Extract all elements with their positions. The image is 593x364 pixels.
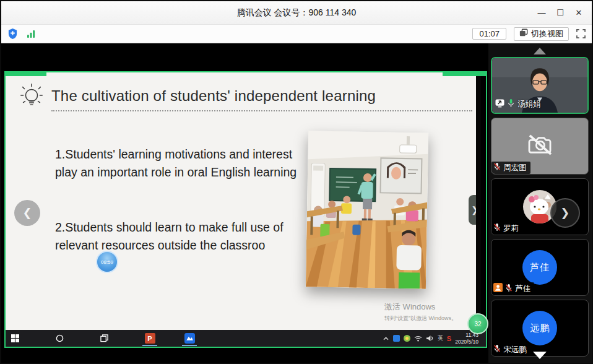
lightbulb-icon xyxy=(18,81,45,113)
start-button[interactable] xyxy=(6,330,24,347)
cortana-search-button[interactable] xyxy=(50,330,69,347)
main-area: The cultivation of students' independent… xyxy=(1,43,592,363)
mic-muted-icon xyxy=(493,223,501,234)
participant-tile[interactable]: 周宏图 xyxy=(491,118,589,175)
slide-prev-button[interactable]: ❮ xyxy=(14,200,40,226)
participant-name: 汤娟娟 xyxy=(517,99,541,110)
switch-view-button[interactable]: 切换视图 xyxy=(514,27,569,41)
open-app-indicator xyxy=(182,345,197,346)
presentation-slide: The cultivation of students' independent… xyxy=(6,72,481,331)
open-app-indicator xyxy=(142,345,157,346)
volume-icon[interactable] xyxy=(426,335,434,342)
window-controls: — ☐ ✕ xyxy=(532,1,588,24)
watermark-line-1: 激活 Windows xyxy=(384,301,457,313)
network-signal-icon[interactable] xyxy=(27,30,36,38)
screen-share-frame: The cultivation of students' independent… xyxy=(4,71,487,348)
host-badge-icon xyxy=(493,283,503,295)
ime-language-icon[interactable]: 英 xyxy=(438,334,443,342)
windows-taskbar: P xyxy=(6,330,486,347)
watermark-line-2: 转到“设置”以激活 Windows。 xyxy=(384,314,457,323)
tencent-meeting-window: 腾讯会议 会议号：906 114 340 — ☐ ✕ 01:07 切换视图 xyxy=(0,0,593,364)
window-title: 腾讯会议 会议号：906 114 340 xyxy=(237,7,357,19)
close-button[interactable]: ✕ xyxy=(569,1,588,24)
participant-name: 周宏图 xyxy=(503,163,527,173)
shared-screen-stage: The cultivation of students' independent… xyxy=(1,43,488,363)
avatar: 远鹏 xyxy=(522,311,557,345)
windows-activation-watermark: 激活 Windows 转到“设置”以激活 Windows。 xyxy=(384,301,457,323)
slide-title: The cultivation of students' independent… xyxy=(51,87,472,111)
sogou-input-icon[interactable]: S xyxy=(447,335,451,342)
camera-off-icon xyxy=(526,134,553,158)
fullscreen-icon[interactable] xyxy=(576,29,586,38)
meeting-timer: 01:07 xyxy=(472,28,506,40)
slide-bullet-2: 2.Students should learn to make full use… xyxy=(55,219,304,254)
tray-app-green-icon[interactable] xyxy=(404,335,410,342)
mic-muted-icon xyxy=(493,162,501,173)
switch-view-icon xyxy=(519,28,528,39)
participant-tile[interactable]: 汤娟娟 xyxy=(491,57,589,114)
tray-app-blue-icon[interactable] xyxy=(393,335,400,342)
participants-sidebar: 汤娟娟 周宏图 xyxy=(488,43,592,363)
task-view-button[interactable] xyxy=(95,330,113,347)
scroll-down-arrow-icon[interactable] xyxy=(533,352,547,359)
mic-muted-icon xyxy=(505,284,513,295)
wifi-icon[interactable] xyxy=(414,336,422,342)
floating-clock-widget[interactable]: 08:59 xyxy=(96,251,118,273)
taskbar-date: 2020/5/10 xyxy=(455,339,478,345)
security-shield-icon[interactable] xyxy=(7,28,18,40)
classroom-photo xyxy=(306,131,428,288)
green-corner-top-left xyxy=(6,72,46,76)
system-tray: 英 S 11:43 2020/5/10 xyxy=(383,332,486,345)
powerpoint-taskbar-icon[interactable]: P xyxy=(141,330,159,347)
scroll-up-arrow-icon[interactable] xyxy=(534,48,546,54)
mic-on-icon xyxy=(507,98,515,110)
mic-muted-icon xyxy=(493,344,501,355)
minimize-button[interactable]: — xyxy=(532,1,551,24)
slide-right-black-edge xyxy=(476,72,481,331)
floating-green-widget[interactable]: 32 xyxy=(467,313,488,334)
participant-name: 宋远鹏 xyxy=(503,345,527,355)
maximize-button[interactable]: ☐ xyxy=(551,1,569,24)
switch-view-label: 切换视图 xyxy=(531,28,563,40)
participant-name: 罗莉 xyxy=(503,223,519,234)
next-participants-button[interactable]: ❯ xyxy=(550,198,580,228)
screen-sharing-icon xyxy=(495,99,504,110)
tray-expand-chevron-icon[interactable] xyxy=(383,336,389,340)
meeting-taskbar-icon[interactable] xyxy=(180,330,199,347)
avatar: 芦佳 xyxy=(522,250,557,285)
participant-name: 芦佳 xyxy=(515,284,530,294)
slide-bullet-1: 1.Students' learning motivations and int… xyxy=(55,145,304,181)
title-bar: 腾讯会议 会议号：906 114 340 — ☐ ✕ xyxy=(1,1,592,25)
meeting-toolbar: 01:07 切换视图 xyxy=(1,25,592,43)
participant-tile[interactable]: 远鹏 宋远鹏 xyxy=(491,300,589,357)
powerpoint-logo: P xyxy=(145,333,155,344)
participant-tile[interactable]: 芦佳 芦佳 xyxy=(491,239,589,296)
green-corner-top-right xyxy=(443,72,486,76)
